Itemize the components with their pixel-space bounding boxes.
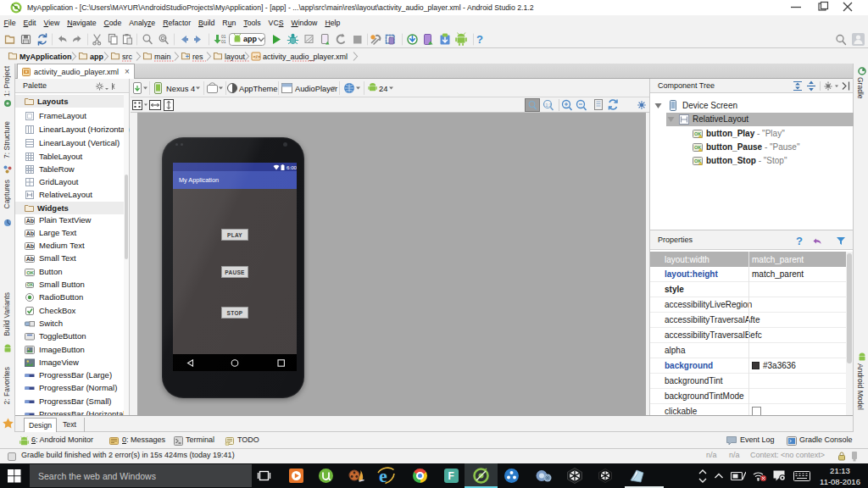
- svg-text:main: main: [154, 53, 171, 61]
- svg-text:?: ?: [476, 33, 483, 46]
- svg-text:F: F: [448, 470, 454, 482]
- svg-text:Ab: Ab: [26, 218, 34, 224]
- svg-text:AppTheme: AppTheme: [239, 85, 277, 93]
- svg-text:app: app: [90, 53, 104, 61]
- svg-text:app: app: [243, 35, 258, 43]
- svg-text:Ab: Ab: [26, 243, 34, 249]
- svg-text:MyApplication: MyApplication: [19, 53, 72, 61]
- svg-text:6:00: 6:00: [287, 164, 297, 170]
- svg-text:AudioPlayer: AudioPlayer: [295, 85, 337, 93]
- svg-text:OK: OK: [27, 282, 34, 287]
- svg-text:OK: OK: [26, 269, 35, 274]
- svg-text:Nexus 4: Nexus 4: [166, 85, 195, 93]
- svg-text:src: src: [122, 53, 132, 61]
- svg-text:1:1: 1:1: [546, 103, 552, 108]
- svg-text:</>: </>: [253, 54, 261, 59]
- svg-text:Ab: Ab: [26, 256, 34, 262]
- svg-text:layout: layout: [225, 53, 246, 61]
- svg-text:Ab: Ab: [26, 230, 34, 236]
- svg-text:activity_audio_player.xml: activity_audio_player.xml: [263, 53, 348, 61]
- svg-text:?: ?: [796, 235, 803, 247]
- svg-text:res: res: [192, 53, 203, 61]
- svg-text:24: 24: [379, 85, 387, 93]
- svg-text:01: 01: [221, 39, 226, 44]
